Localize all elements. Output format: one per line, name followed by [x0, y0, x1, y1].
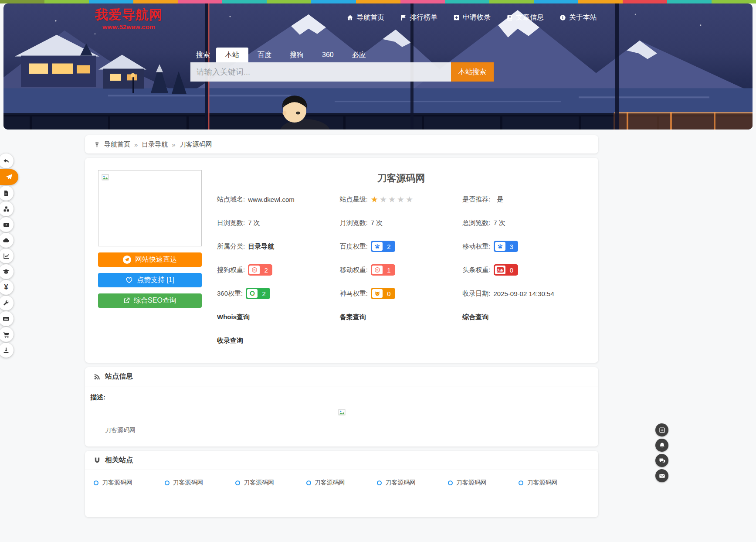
seo-query-button[interactable]: 综合SEO查询: [98, 293, 202, 308]
breadcrumb-home[interactable]: 导航首页: [104, 140, 130, 149]
sidebar-item-pay[interactable]: ¥: [0, 280, 14, 295]
baidu-mobile-weight-badge[interactable]: 3: [494, 241, 518, 252]
tab-bing[interactable]: 必应: [343, 48, 375, 62]
nav-item-rankings[interactable]: 排行榜单: [400, 13, 437, 22]
tab-360[interactable]: 360: [313, 48, 343, 62]
related-site-link[interactable]: 刀客源码网: [448, 479, 519, 487]
sidebar-item-shop[interactable]: [0, 327, 14, 342]
svg-text:S: S: [376, 268, 378, 272]
cart-icon: [3, 331, 10, 338]
stripe-segment: [0, 0, 44, 3]
tab-baidu[interactable]: 百度: [248, 48, 281, 62]
site-left-column: 网站快速直达 点赞支持 [1] 综合SEO查询: [98, 170, 202, 352]
floating-mail-button[interactable]: [655, 469, 668, 482]
sogou-icon: S: [372, 266, 383, 274]
related-site-name: 刀客源码网: [173, 479, 203, 487]
related-site-link[interactable]: 刀客源码网: [235, 479, 306, 487]
sidebar-item-typing[interactable]: [0, 311, 14, 326]
sogou-mobile-weight-badge[interactable]: S 1: [371, 264, 395, 276]
sidebar-item-download[interactable]: [0, 343, 14, 358]
category-link[interactable]: 目录导航: [248, 242, 274, 251]
detail-label: 是否推荐:: [462, 195, 490, 204]
related-sites-header: 相关站点: [85, 451, 598, 470]
sidebar-item-back[interactable]: [0, 153, 14, 168]
detail-toutiao-weight: 头条权重: 头条 0: [462, 258, 585, 282]
sidebar-item-tools[interactable]: [0, 296, 14, 310]
stripe-segment: [712, 0, 756, 3]
tab-sogou[interactable]: 搜狗: [281, 48, 313, 62]
nav-item-home[interactable]: 导航首页: [347, 13, 384, 22]
flag-icon: [400, 14, 407, 21]
sidebar-item-video[interactable]: [0, 217, 14, 232]
sidebar-item-cloud[interactable]: [0, 233, 14, 248]
site-ring-icon: [448, 481, 453, 485]
related-site-link[interactable]: 刀客源码网: [165, 479, 236, 487]
toutiao-weight-badge[interactable]: 头条 0: [494, 264, 518, 276]
svg-text:S: S: [254, 268, 256, 272]
seo-label: 综合SEO查询: [134, 296, 176, 305]
floating-notification-button[interactable]: [655, 439, 668, 452]
breadcrumb-separator: »: [134, 141, 138, 148]
related-site-link[interactable]: 刀客源码网: [94, 479, 165, 487]
nav-item-about[interactable]: 关于本站: [559, 13, 597, 22]
like-label: 点赞支持 [1]: [137, 276, 174, 285]
breadcrumb-category[interactable]: 目录导航: [142, 140, 168, 149]
stripe-segment: [623, 0, 667, 3]
sogou-weight-badge[interactable]: S 2: [248, 264, 272, 276]
broken-image-icon: [338, 409, 346, 416]
site-info-section: 站点信息 描述: 刀客源码网: [85, 367, 598, 447]
reply-icon: [3, 158, 10, 164]
related-site-name: 刀客源码网: [102, 479, 132, 487]
svg-text:头条: 头条: [497, 269, 503, 272]
weight-360-badge[interactable]: 2: [246, 288, 270, 299]
sidebar-item-study[interactable]: [0, 264, 14, 279]
tab-local-site[interactable]: 本站: [216, 48, 248, 62]
whois-query-link[interactable]: Whois查询: [217, 313, 250, 321]
sidebar-item-apps[interactable]: [0, 201, 14, 216]
search-input[interactable]: [190, 62, 451, 82]
related-sites-title: 相关站点: [105, 456, 133, 465]
related-site-link[interactable]: 刀客源码网: [519, 479, 590, 487]
site-ring-icon: [235, 481, 240, 485]
stripe-segment: [222, 0, 267, 3]
baidu-weight-badge[interactable]: 2: [371, 241, 395, 252]
beian-query-link[interactable]: 备案查询: [340, 313, 366, 321]
badge-value: 0: [383, 290, 395, 297]
stripe-segment: [178, 0, 222, 3]
related-sites-list: 刀客源码网 刀客源码网 刀客源码网 刀客源码网 刀客源码网 刀客源码网 刀客源码…: [85, 470, 598, 517]
floating-add-button[interactable]: [655, 423, 668, 436]
nav-item-articles[interactable]: 文章信息: [506, 13, 544, 22]
detail-value: 7 次: [248, 219, 260, 227]
star-rating: ★★★★★: [371, 195, 414, 204]
detail-label: 月浏览数:: [340, 219, 368, 227]
badge-value: 0: [505, 266, 518, 274]
detail-label: 百度权重:: [340, 242, 368, 251]
related-site-link[interactable]: 刀客源码网: [306, 479, 377, 487]
shoulu-query-link[interactable]: 收录查询: [217, 337, 243, 345]
nav-label: 排行榜单: [410, 13, 437, 22]
detail-label: 所属分类:: [217, 242, 245, 251]
shenma-weight-badge[interactable]: 0: [371, 288, 395, 299]
search-row: 本站搜索: [190, 62, 494, 82]
detail-360-weight: 360权重: 2: [217, 282, 340, 305]
nav-label: 文章信息: [516, 13, 544, 22]
site-title: 刀客源码网: [217, 172, 585, 185]
site-logo[interactable]: 我爱导航网 www.52waw.com: [91, 6, 167, 31]
like-button[interactable]: 点赞支持 [1]: [98, 273, 202, 287]
related-site-link[interactable]: 刀客源码网: [377, 479, 448, 487]
zonghe-query-link[interactable]: 综合查询: [462, 313, 488, 321]
paper-plane-icon: [6, 174, 13, 181]
search-button[interactable]: 本站搜索: [451, 62, 494, 82]
detail-label: 头条权重:: [462, 266, 490, 274]
sidebar-item-trends[interactable]: [0, 249, 14, 263]
nav-item-submit[interactable]: 申请收录: [453, 13, 491, 22]
quick-visit-button[interactable]: 网站快速直达: [98, 252, 202, 267]
detail-value: 是: [497, 195, 504, 204]
detail-sogou-mobile-weight: 移动权重: S 1: [340, 258, 463, 282]
detail-star-rating: 站点星级: ★★★★★: [340, 187, 463, 211]
floating-chat-button[interactable]: [655, 454, 668, 467]
sidebar-item-quick-visit[interactable]: [0, 169, 18, 185]
magnet-icon: [94, 457, 101, 464]
stripe-segment: [667, 0, 712, 3]
sidebar-item-articles[interactable]: [0, 186, 14, 201]
